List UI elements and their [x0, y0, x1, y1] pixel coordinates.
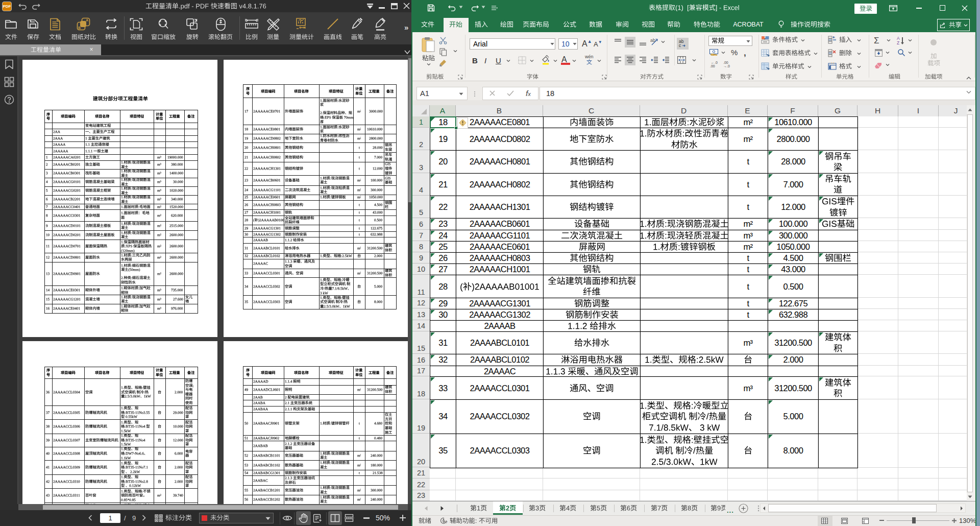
svg-text:.00: .00	[710, 64, 715, 67]
svg-text:←.0: ←.0	[711, 61, 718, 64]
svg-text:→.0: →.0	[723, 64, 730, 67]
svg-text:A: A	[86, 18, 88, 22]
svg-text:?: ?	[446, 520, 448, 524]
svg-text:Z: Z	[897, 40, 899, 45]
svg-text:B: B	[78, 26, 81, 30]
svg-text:.00: .00	[723, 61, 728, 64]
